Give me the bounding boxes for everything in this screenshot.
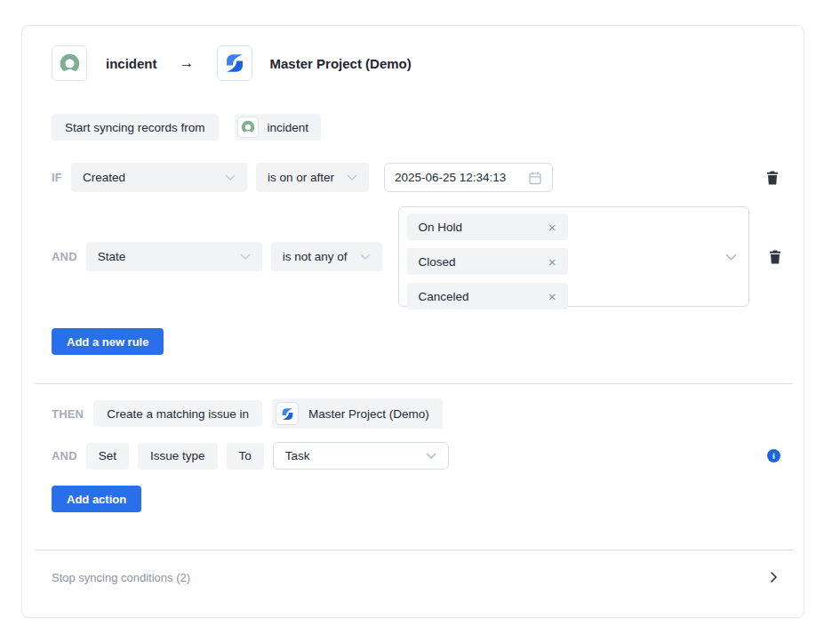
sync-rules-card: incident → Master Project (Demo) Start s… — [21, 25, 804, 618]
source-chip: incident — [235, 114, 322, 141]
rule-and-row: AND State is not any of On Hold × — [52, 206, 780, 307]
target-project-chip: Master Project (Demo) — [272, 398, 443, 429]
chevron-down-icon — [240, 253, 251, 260]
page: incident → Master Project (Demo) Start s… — [0, 0, 840, 627]
create-matching-label: Create a matching issue in — [93, 400, 262, 427]
selected-value-chip: Closed × — [407, 248, 568, 275]
calendar-icon[interactable] — [528, 171, 542, 185]
rule-if-row: IF Created is on or after — [52, 163, 780, 192]
chevron-right-icon[interactable] — [766, 570, 780, 584]
and-keyword: AND — [52, 250, 77, 263]
selected-value-label: Closed — [419, 255, 456, 269]
target-chip-tile — [276, 402, 299, 425]
issue-type-value: Task — [285, 449, 310, 462]
stop-syncing-label: Stop syncing conditions (2) — [52, 571, 190, 584]
remove-value-icon[interactable]: × — [545, 288, 560, 305]
chevron-down-icon — [225, 174, 236, 181]
field-select-value: Created — [83, 171, 125, 184]
source-chip-tile — [237, 117, 259, 138]
add-rule-button[interactable]: Add a new rule — [52, 328, 164, 355]
section-divider — [35, 550, 793, 551]
start-syncing-row: Start syncing records from incident — [52, 114, 780, 141]
to-label: To — [227, 443, 264, 470]
operator-select-state[interactable]: is not any of — [271, 242, 382, 271]
delete-rule-button[interactable] — [767, 248, 783, 266]
source-name: incident — [106, 56, 157, 71]
chevron-down-icon[interactable] — [725, 253, 737, 261]
info-icon[interactable]: i — [767, 449, 780, 462]
add-action-row: Add action — [52, 486, 780, 512]
flow-header: incident → Master Project (Demo) — [52, 45, 780, 81]
selected-value-label: Canceled — [419, 290, 469, 303]
if-keyword: IF — [52, 171, 62, 184]
field-select-value: State — [98, 250, 126, 263]
add-rule-row: Add a new rule — [52, 328, 780, 355]
jira-icon — [223, 52, 246, 75]
issue-type-chip[interactable]: Issue type — [138, 443, 218, 470]
source-chip-label: incident — [268, 121, 309, 134]
chevron-down-icon — [347, 174, 357, 181]
operator-select-date[interactable]: is on or after — [256, 163, 369, 192]
chevron-down-icon — [426, 453, 436, 459]
add-action-button[interactable]: Add action — [52, 486, 141, 512]
datetime-picker[interactable] — [384, 163, 553, 192]
chevron-down-icon — [360, 253, 371, 260]
section-divider — [35, 383, 793, 384]
selected-value-chip: On Hold × — [407, 213, 568, 240]
then-keyword: THEN — [52, 407, 84, 421]
action-and-row: AND Set Issue type To Task i — [52, 441, 780, 470]
operator-select-value: is on or after — [268, 171, 334, 184]
issue-type-value-select[interactable]: Task — [273, 442, 449, 470]
source-tool-tile — [52, 45, 87, 81]
field-select-state[interactable]: State — [86, 242, 262, 271]
and-keyword: AND — [52, 449, 77, 462]
remove-value-icon[interactable]: × — [545, 219, 560, 236]
servicenow-icon — [58, 52, 82, 76]
operator-select-value: is not any of — [283, 250, 348, 263]
jira-icon — [280, 406, 295, 422]
arrow-right-icon: → — [180, 54, 195, 72]
datetime-input[interactable] — [395, 171, 519, 184]
set-label: Set — [86, 443, 129, 470]
trash-icon — [769, 250, 781, 264]
multiselect-values[interactable]: On Hold × Closed × Canceled × — [398, 206, 749, 307]
target-tool-tile — [217, 45, 252, 81]
delete-rule-button[interactable] — [764, 169, 780, 187]
remove-value-icon[interactable]: × — [545, 253, 560, 270]
then-row: THEN Create a matching issue in Master P… — [52, 398, 780, 429]
start-syncing-label: Start syncing records from — [52, 114, 219, 141]
selected-value-chip: Canceled × — [407, 283, 568, 309]
servicenow-icon — [240, 119, 256, 135]
target-project-label: Master Project (Demo) — [308, 407, 429, 421]
field-select-created[interactable]: Created — [71, 163, 247, 192]
selected-value-label: On Hold — [419, 221, 463, 234]
trash-icon — [766, 171, 779, 185]
target-name: Master Project (Demo) — [270, 56, 412, 71]
stop-syncing-conditions-row[interactable]: Stop syncing conditions (2) — [52, 564, 780, 591]
